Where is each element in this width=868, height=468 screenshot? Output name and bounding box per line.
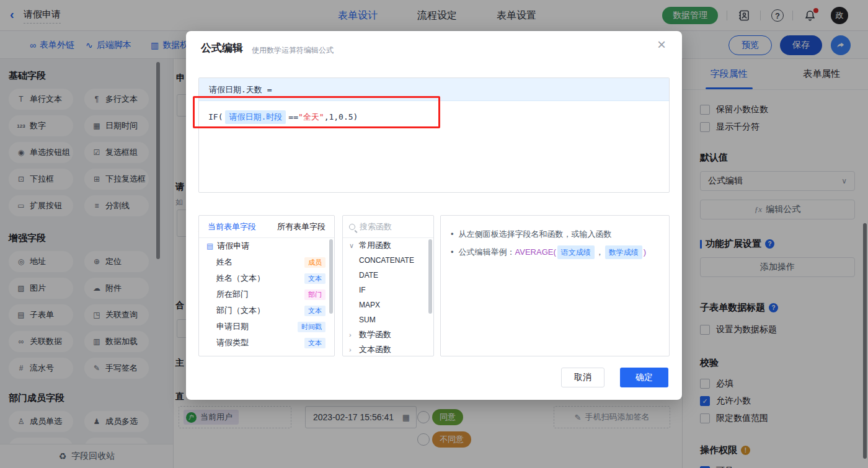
variable-row[interactable]: 姓名（文本）文本 — [199, 270, 334, 286]
formula-edit-modal: 公式编辑 使用数学运算符编辑公式 × 请假日期.天数 = IF(请假日期.时段=… — [186, 31, 682, 400]
variable-row[interactable]: 部门（文本）文本 — [199, 302, 334, 319]
tab-all-form-fields[interactable]: 所有表单字段 — [277, 221, 326, 232]
app-root: ‹ 请假申请 表单设计 流程设定 表单设置 数据管理 ? 政 — [0, 0, 868, 468]
field-chip[interactable]: 请假日期.时段 — [225, 110, 286, 124]
type-badge: 文本 — [304, 273, 326, 284]
function-group-text[interactable]: › 文本函数 — [343, 342, 433, 356]
cancel-button[interactable]: 取消 — [561, 368, 604, 387]
function-item[interactable]: IF — [343, 283, 433, 298]
variables-scrollbar[interactable] — [329, 239, 333, 314]
confirm-button[interactable]: 确定 — [620, 368, 668, 387]
modal-subtitle: 使用数学运算符编辑公式 — [252, 45, 334, 56]
function-item[interactable]: DATE — [343, 268, 433, 283]
tip-example-line: • 公式编辑举例：AVERAGE(语文成绩，数学成绩) — [451, 245, 659, 259]
example-field-chip: 语文成绩 — [557, 245, 595, 259]
type-badge: 文本 — [304, 338, 326, 348]
example-field-chip: 数学成绩 — [605, 245, 642, 259]
variables-panel: 当前表单字段 所有表单字段 ▤ 请假申请 姓名成员姓名（文本）文本所在部门部门部… — [198, 215, 335, 356]
formula-target: 请假日期.天数 = — [199, 78, 669, 101]
search-input[interactable] — [360, 222, 422, 231]
function-group-math[interactable]: › 数学函数 — [343, 327, 433, 342]
tab-current-form-fields[interactable]: 当前表单字段 — [208, 221, 256, 232]
close-icon[interactable]: × — [657, 37, 666, 52]
type-badge: 部门 — [304, 289, 326, 300]
document-icon: ▤ — [206, 242, 213, 250]
modal-title: 公式编辑 — [201, 41, 243, 55]
functions-panel: ∨ 常用函数 CONCATENATEDATEIFMAPXSUM › 数学函数 ›… — [342, 215, 434, 356]
function-item[interactable]: CONCATENATE — [343, 253, 433, 268]
function-search[interactable] — [343, 216, 433, 238]
chevron-right-icon: › — [349, 346, 355, 353]
variable-row[interactable]: 姓名成员 — [199, 254, 334, 270]
variable-row[interactable]: 请假类型文本 — [199, 335, 334, 351]
form-tree-root[interactable]: ▤ 请假申请 — [199, 238, 334, 254]
formula-editor[interactable]: 请假日期.天数 = IF(请假日期.时段=="全天",1,0.5) — [198, 77, 670, 193]
variable-row[interactable]: 所在部门部门 — [199, 286, 334, 302]
function-group-common[interactable]: ∨ 常用函数 — [343, 238, 433, 253]
chevron-down-icon: ∨ — [349, 242, 355, 250]
function-item[interactable]: MAPX — [343, 298, 433, 312]
variable-row[interactable]: 申请日期时间戳 — [199, 319, 334, 335]
formula-expression[interactable]: IF(请假日期.时段=="全天",1,0.5) — [199, 101, 669, 133]
search-icon — [349, 224, 355, 230]
formula-help-panel: • 从左侧面板选择字段名和函数，或输入函数 • 公式编辑举例：AVERAGE(语… — [440, 215, 670, 356]
type-badge: 文本 — [304, 306, 326, 316]
functions-scrollbar[interactable] — [428, 239, 432, 314]
type-badge: 时间戳 — [298, 322, 326, 332]
tip-line: • 从左侧面板选择字段名和函数，或输入函数 — [451, 228, 659, 241]
function-item[interactable]: SUM — [343, 312, 433, 327]
type-badge: 成员 — [304, 257, 326, 268]
chevron-right-icon: › — [349, 331, 355, 338]
